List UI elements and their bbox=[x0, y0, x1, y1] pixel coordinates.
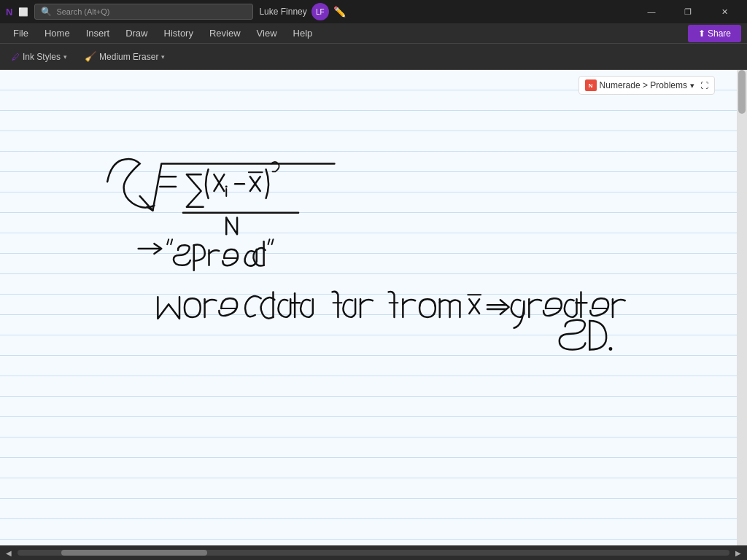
svg-point-2 bbox=[225, 186, 228, 188]
ink-styles-dropdown-arrow: ▾ bbox=[63, 53, 67, 61]
close-button[interactable]: ✕ bbox=[708, 0, 741, 23]
horizontal-scrollbar[interactable] bbox=[18, 550, 729, 556]
eraser-dropdown-arrow: ▾ bbox=[161, 53, 165, 61]
eraser-button[interactable]: 🧹 Medium Eraser ▾ bbox=[79, 48, 171, 65]
numerade-dropdown-arrow[interactable]: ▾ bbox=[690, 81, 694, 90]
toolbar: 🖊 Ink Styles ▾ 🧹 Medium Eraser ▾ bbox=[0, 44, 747, 70]
search-placeholder: Search (Alt+Q) bbox=[56, 7, 109, 16]
minimize-button[interactable]: — bbox=[635, 0, 668, 23]
search-bar[interactable]: 🔍 Search (Alt+Q) bbox=[34, 4, 253, 20]
handwriting-content bbox=[0, 70, 727, 560]
menu-history[interactable]: History bbox=[157, 25, 201, 42]
horizontal-scrollbar-thumb[interactable] bbox=[61, 550, 207, 556]
menu-review[interactable]: Review bbox=[202, 25, 248, 42]
menu-file[interactable]: File bbox=[6, 25, 36, 42]
numerade-panel[interactable]: N Numerade > Problems ▾ ⛶ bbox=[578, 76, 715, 95]
bottom-bar: ◀ ▶ bbox=[0, 545, 747, 560]
note-page[interactable]: N Numerade > Problems ▾ ⛶ bbox=[0, 70, 737, 560]
ink-styles-button[interactable]: 🖊 Ink Styles ▾ bbox=[6, 49, 73, 65]
main-area: N Numerade > Problems ▾ ⛶ bbox=[0, 70, 747, 560]
svg-point-18 bbox=[608, 347, 612, 351]
menu-bar: File Home Insert Draw History Review Vie… bbox=[0, 23, 747, 44]
ink-styles-icon: 🖊 bbox=[12, 52, 20, 61]
user-area: Luke Finney LF ✏️ bbox=[259, 3, 345, 20]
user-name: Luke Finney bbox=[259, 7, 306, 17]
numerade-label: Numerade > Problems bbox=[600, 80, 687, 90]
user-avatar[interactable]: LF bbox=[311, 3, 329, 20]
app-favicon: ⬜ bbox=[18, 7, 28, 17]
scroll-left-button[interactable]: ◀ bbox=[6, 549, 12, 557]
onenote-logo-icon: N bbox=[6, 7, 12, 18]
vertical-scrollbar[interactable] bbox=[737, 70, 747, 560]
eraser-label: Medium Eraser bbox=[99, 52, 158, 62]
title-bar: N ⬜ 🔍 Search (Alt+Q) Luke Finney LF ✏️ —… bbox=[0, 0, 747, 23]
lined-paper-background: N Numerade > Problems ▾ ⛶ bbox=[0, 70, 737, 560]
menu-help[interactable]: Help bbox=[286, 25, 320, 42]
window-controls: — ❐ ✕ bbox=[635, 0, 741, 23]
share-button[interactable]: ⬆ Share bbox=[688, 25, 741, 42]
eraser-icon: 🧹 bbox=[85, 51, 96, 62]
search-icon: 🔍 bbox=[41, 7, 52, 17]
menu-draw[interactable]: Draw bbox=[118, 25, 155, 42]
numerade-expand-icon[interactable]: ⛶ bbox=[700, 81, 708, 90]
scrollbar-thumb[interactable] bbox=[738, 70, 746, 114]
maximize-button[interactable]: ❐ bbox=[671, 0, 705, 23]
scroll-right-button[interactable]: ▶ bbox=[735, 549, 741, 557]
ink-styles-label: Ink Styles bbox=[23, 52, 61, 62]
numerade-header: N Numerade > Problems ▾ ⛶ bbox=[579, 77, 714, 94]
menu-view[interactable]: View bbox=[249, 25, 285, 42]
menu-home[interactable]: Home bbox=[37, 25, 77, 42]
numerade-icon: N bbox=[585, 79, 597, 91]
pen-tool-icon[interactable]: ✏️ bbox=[333, 6, 346, 18]
menu-insert[interactable]: Insert bbox=[79, 25, 117, 42]
